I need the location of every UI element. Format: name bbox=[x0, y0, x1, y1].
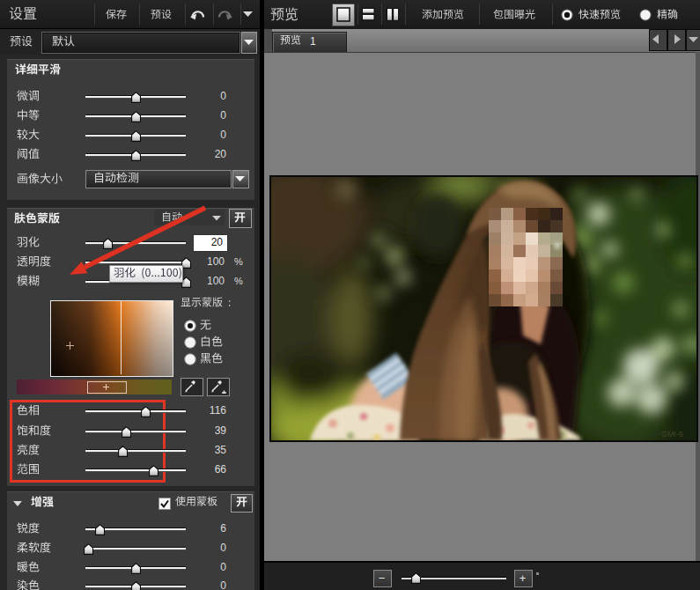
svg-text:GMI-6: GMI-6 bbox=[661, 430, 683, 439]
